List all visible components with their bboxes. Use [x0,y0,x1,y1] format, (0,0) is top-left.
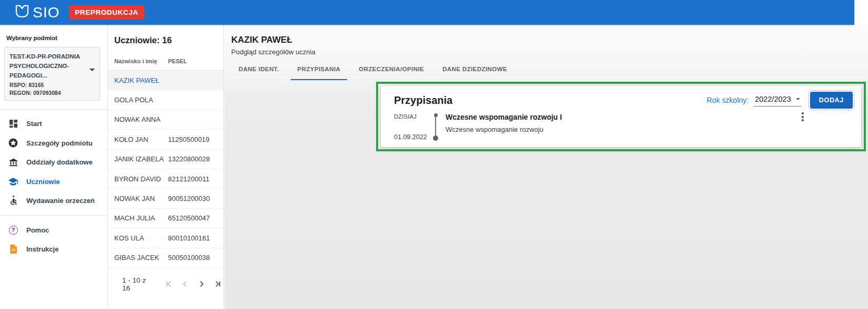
dashboard-icon [8,119,18,129]
sidebar-item-label: Start [26,120,42,128]
student-pesel: 65120500047 [168,214,217,222]
graduation-cap-icon [8,176,18,187]
sidebar-item-start[interactable]: Start [0,114,107,133]
student-pesel: 90051200030 [168,195,217,202]
sidebar-divider [0,215,107,216]
logo-text: SIO [33,4,60,21]
students-count-title: Uczniowie: 16 [108,25,223,45]
student-row[interactable]: KOŁO JAN 11250500019 [108,130,223,149]
student-row[interactable]: KOS ULA 80010100161 [108,228,223,248]
student-name: GOLA POLA [114,96,168,104]
add-button[interactable]: DODAJ [810,92,853,109]
assignment-timeline: DZISIAJ 01.09.2022 Wczesne wspomaganie r… [394,112,853,142]
tab-przypisania[interactable]: PRZYPISANIA [291,66,348,80]
student-name: KOŁO JAN [114,136,168,143]
students-panel: Uczniowie: 16 Nazwisko i imię PESEL KAZI… [108,25,224,309]
student-row[interactable]: GOLA POLA [108,90,223,110]
page-title: KAZIK PAWEŁ [231,35,868,45]
timeline-end-label: 01.09.2022 [394,133,427,141]
school-year-select[interactable]: 2022/2023 [754,94,801,107]
pagination-range-label: 1 - 10 z 16 [122,276,153,292]
sidebar-item-wydawanie-orzeczen[interactable]: Wydawanie orzeczeń [0,191,107,210]
card-header: Przypisania Rok szkolny: 2022/2023 DODAJ [394,92,853,109]
student-row[interactable]: NOWAK ANNA [108,110,223,130]
timeline-line [435,116,436,137]
entity-rspo: RSPO: 83165 [9,82,88,88]
student-name: GIBAS JACEK [114,254,168,262]
kebab-menu-icon[interactable] [800,111,805,123]
content-area: Wybrany podmiot TEST-KD-PR-PORADNIA PSYC… [0,25,868,309]
column-header-name: Nazwisko i imię [114,58,168,64]
student-name: JANIK IZABELA [114,155,168,163]
entity-regon: REGON: 097093084 [9,90,88,96]
tab-orzeczenia-opinie[interactable]: ORZECZENIA/OPINIE [352,66,431,80]
column-header-pesel: PESEL [168,58,217,64]
student-row[interactable]: MACH JULIA 65120500047 [108,209,223,228]
selected-entity-label: Wybrany podmiot [6,35,107,41]
detail-header: KAZIK PAWEŁ Podgląd szczegółów ucznia [224,25,868,56]
student-row[interactable]: JANIK IZABELA 13220800028 [108,150,223,169]
student-name: NOWAK ANNA [114,115,168,123]
student-name: NOWAK JAN [114,195,168,202]
environment-badge: PREPRODUKCJA [69,5,144,20]
student-detail-pane: KAZIK PAWEŁ Podgląd szczegółów ucznia DA… [224,25,868,309]
timeline-labels: DZISIAJ 01.09.2022 [394,112,427,141]
caret-down-icon [90,69,95,71]
star-circle-icon [8,138,18,148]
caret-down-icon [796,98,800,100]
sidebar-item-label: Uczniowie [26,178,60,186]
last-page-icon[interactable] [213,278,223,290]
tab-dane-ident[interactable]: DANE IDENT. [232,66,286,80]
assignment-subtitle: Wczesne wspomaganie rozwoju [446,125,853,133]
entity-selector[interactable]: TEST-KD-PR-PORADNIA PSYCHOLOGICZNO-PEDAG… [4,47,100,101]
sio-logo: SIO [14,4,60,22]
student-row[interactable]: NOWAK JAN 90051200030 [108,189,223,208]
sidebar: Wybrany podmiot TEST-KD-PR-PORADNIA PSYC… [0,25,108,309]
sidebar-item-uczniowie[interactable]: Uczniowie [0,172,107,191]
student-pesel: 13220800028 [168,155,217,163]
app-root: SIO PREPRODUKCJA Wybrany podmiot TEST-KD… [0,0,868,309]
student-row[interactable]: GIBAS JACEK 50050100038 [108,248,223,268]
entity-name-line1: TEST-KD-PR-PORADNIA [9,52,88,62]
detail-tabs: DANE IDENT. PRZYPISANIA ORZECZENIA/OPINI… [232,66,868,80]
student-pesel: 11250500019 [168,136,217,143]
card-title: Przypisania [394,94,452,107]
student-name: BYRON DAVID [114,175,168,183]
sidebar-item-label: Wydawanie orzeczeń [26,197,95,205]
sidebar-item-oddzialy-dodatkowe[interactable]: Oddziały dodatkowe [0,152,107,172]
page-subtitle: Podgląd szczegółów ucznia [231,48,868,56]
student-name: KAZIK PAWEŁ [114,76,168,84]
student-pesel: 50050100038 [168,254,217,262]
card-controls: Rok szkolny: 2022/2023 DODAJ [707,92,853,109]
timeline-dot-bottom [433,136,438,141]
wheelchair-icon [8,196,18,206]
students-table-header: Nazwisko i imię PESEL [108,58,223,71]
student-row[interactable]: KAZIK PAWEŁ [108,71,223,90]
tab-dane-dziedzinowe[interactable]: DANE DZIEDZINOWE [436,66,514,80]
topbar: SIO PREPRODUKCJA [0,0,854,25]
timeline-start-label: DZISIAJ [394,112,427,120]
chevron-left-icon [180,278,191,290]
first-page-icon [163,278,174,290]
assignment-title: Wczesne wspomaganie rozwoju I [446,112,853,121]
sidebar-item-instrukcje[interactable]: Instrukcje [0,239,107,259]
help-icon [8,225,18,235]
entity-name-line2: PSYCHOLOGICZNO-PEDAGOGI... [9,62,88,81]
chevron-right-icon[interactable] [196,278,207,290]
annotation-highlight-box: Przypisania Rok szkolny: 2022/2023 DODAJ [376,82,866,151]
sidebar-item-szczegoly-podmiotu[interactable]: Szczegóły podmiotu [0,133,107,153]
sio-logo-icon [14,4,30,22]
student-name: MACH JULIA [114,214,168,222]
student-row[interactable]: BYRON DAVID 82121200011 [108,169,223,189]
student-name: KOS ULA [114,234,168,242]
sidebar-item-pomoc[interactable]: Pomoc [0,220,107,240]
sidebar-item-label: Pomoc [26,226,49,234]
school-year-value: 2022/2023 [755,95,791,103]
sidebar-item-label: Instrukcje [26,245,58,253]
timeline-entry: Wczesne wspomaganie rozwoju I Wczesne ws… [446,112,853,142]
pagination: 1 - 10 z 16 [108,268,223,292]
timeline-rail [427,112,446,142]
sidebar-menu: Start Szczegóły podmiotu [0,110,107,259]
document-icon [8,244,18,255]
bank-icon [8,157,18,168]
